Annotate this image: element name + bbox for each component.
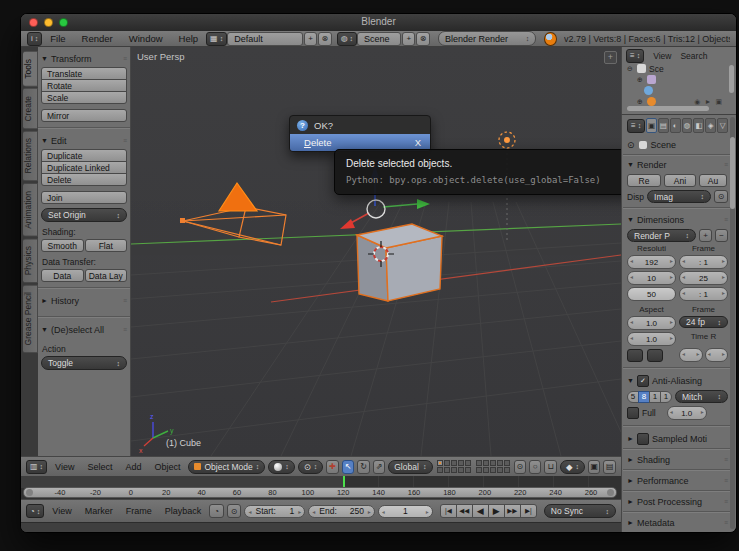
aa-samples-16-button[interactable]: 1 bbox=[660, 391, 672, 403]
use-preview-range-icon[interactable]: ◔ bbox=[209, 504, 224, 518]
crop-toggle[interactable] bbox=[647, 349, 663, 362]
visib­ility-eye-icon[interactable]: ◉ bbox=[694, 98, 700, 106]
resolution-x-field[interactable]: ◂192▸ bbox=[627, 255, 676, 269]
editor-type-outliner-button[interactable]: ≡ ↕ bbox=[626, 49, 644, 63]
screen-layout-selector[interactable]: ▦ ↕ bbox=[206, 32, 227, 46]
selectability-pointer-icon[interactable]: ► bbox=[704, 98, 711, 106]
join-button[interactable]: Join bbox=[41, 191, 127, 204]
tab-object-icon[interactable]: ◧ bbox=[693, 118, 704, 133]
tab-render-layers-icon[interactable]: ▤ bbox=[658, 118, 669, 133]
dimensions-panel-header[interactable]: ▼ Dimensions ≡ bbox=[627, 213, 728, 226]
lock-interface-icon[interactable]: ⊙ bbox=[714, 190, 728, 203]
border-toggle[interactable] bbox=[627, 349, 643, 362]
mode-dropdown[interactable]: Object Mode ↕ bbox=[188, 460, 265, 474]
opengl-render-icon[interactable]: ▣ bbox=[588, 460, 600, 474]
viewport-shading-dropdown[interactable]: ↕ bbox=[268, 460, 295, 474]
render-preset-dropdown[interactable]: Render P ↕ bbox=[627, 229, 696, 242]
timeline-ruler[interactable]: -40-200204060801001201401601802002202402… bbox=[23, 487, 617, 498]
action-dropdown[interactable]: Toggle ↕ bbox=[41, 356, 127, 370]
cube-object[interactable] bbox=[357, 224, 442, 301]
layer-toggle[interactable] bbox=[504, 460, 510, 466]
layout-name-field[interactable]: Default bbox=[227, 32, 303, 46]
display-dropdown[interactable]: Imag ↕ bbox=[647, 190, 711, 203]
orientation-dropdown[interactable]: Global ↕ bbox=[388, 460, 432, 474]
shade-smooth-button[interactable]: Smooth bbox=[41, 239, 84, 252]
layer-toggle[interactable] bbox=[490, 460, 496, 466]
opengl-render-anim-icon[interactable]: ▤ bbox=[603, 460, 615, 474]
outliner-menu-view[interactable]: View bbox=[653, 51, 671, 61]
tab-animation[interactable]: Animation bbox=[23, 183, 38, 237]
data-transfer-data-button[interactable]: Data bbox=[41, 269, 84, 282]
menu-window[interactable]: Window bbox=[129, 33, 163, 44]
layer-toggle[interactable] bbox=[497, 467, 503, 473]
lock-time-icon[interactable]: ⊙ bbox=[227, 504, 242, 518]
viewport-menu-view[interactable]: View bbox=[55, 462, 74, 472]
post-processing-panel-header[interactable]: ► Post Processing ≡ bbox=[627, 495, 728, 508]
lock-to-scene-icon[interactable]: ⊙ bbox=[514, 460, 526, 474]
sync-dropdown[interactable]: No Sync ↕ bbox=[544, 504, 616, 518]
add-preset-button[interactable]: + bbox=[699, 229, 712, 242]
pivot-dropdown[interactable]: ⊙ ↕ bbox=[298, 460, 324, 474]
viewport-menu-select[interactable]: Select bbox=[87, 462, 112, 472]
frame-start-field[interactable]: ◂ Start: 1 ▸ bbox=[244, 505, 305, 518]
camera-object[interactable] bbox=[180, 183, 286, 245]
transform-panel-header[interactable]: ▼ Transform ≡ bbox=[41, 52, 127, 65]
layer-toggle[interactable] bbox=[451, 467, 457, 473]
timeline-menu-playback[interactable]: Playback bbox=[165, 506, 202, 516]
timeline-menu-view[interactable]: View bbox=[52, 506, 71, 516]
layer-toggle[interactable] bbox=[483, 467, 489, 473]
remove-preset-button[interactable]: − bbox=[715, 229, 728, 242]
performance-panel-header[interactable]: ► Performance ≡ bbox=[627, 474, 728, 487]
properties-scrollbar[interactable] bbox=[730, 137, 735, 209]
editor-type-properties-button[interactable]: ≡ ↕ bbox=[627, 119, 645, 133]
fps-dropdown[interactable]: 24 fp ↕ bbox=[679, 316, 728, 328]
tab-world-icon[interactable]: ◍ bbox=[682, 118, 693, 133]
render-audio-button[interactable]: Au bbox=[699, 174, 727, 187]
tab-create[interactable]: Create bbox=[23, 88, 38, 130]
outliner-row-world[interactable] bbox=[622, 85, 736, 96]
shading-panel-header[interactable]: ► Shading ≡ bbox=[627, 453, 728, 466]
frame-step-field[interactable]: ◂: 1▸ bbox=[679, 287, 728, 301]
jump-to-start-button[interactable]: |◀ bbox=[440, 504, 457, 518]
add-layout-button[interactable]: + bbox=[304, 32, 317, 46]
outliner-menu-search[interactable]: Search bbox=[680, 51, 707, 61]
mirror-button[interactable]: Mirror bbox=[41, 109, 127, 122]
layer-toggle[interactable] bbox=[476, 460, 482, 466]
sampled-motion-blur-panel-header[interactable]: ► . Sampled Moti bbox=[627, 432, 728, 445]
viewport-menu-add[interactable]: Add bbox=[125, 462, 141, 472]
snap-magnet-icon[interactable]: ⊔ bbox=[544, 460, 556, 474]
play-reverse-button[interactable]: ◀ bbox=[472, 504, 489, 518]
antialiasing-checkbox[interactable]: ✓ bbox=[637, 375, 649, 387]
menu-file[interactable]: File bbox=[50, 33, 65, 44]
rotate-manipulator-icon[interactable]: ↻ bbox=[357, 460, 369, 474]
metadata-panel-header[interactable]: ► Metadata ≡ bbox=[627, 516, 728, 529]
editor-type-3dview-button[interactable]: ▥ ↕ bbox=[26, 460, 47, 474]
outliner-row-renderlayers[interactable]: ⊕ bbox=[622, 74, 736, 85]
layer-toggle[interactable] bbox=[504, 467, 510, 473]
tab-render-icon[interactable]: ▣ bbox=[646, 118, 657, 133]
layer-toggle[interactable] bbox=[490, 467, 496, 473]
pin-icon[interactable]: ⊙ bbox=[627, 140, 635, 150]
antialiasing-panel-header[interactable]: ▼ ✓ Anti-Aliasing bbox=[627, 374, 728, 387]
scene-selector[interactable]: ◍ ↕ bbox=[337, 32, 357, 46]
delete-layout-button[interactable]: ⊗ bbox=[318, 32, 331, 46]
renderability-camera-icon[interactable]: ▣ bbox=[715, 98, 722, 106]
layer-toggle[interactable] bbox=[437, 460, 443, 466]
layer-toggle[interactable] bbox=[437, 467, 443, 473]
translate-manipulator-icon[interactable]: ↖ bbox=[342, 460, 354, 474]
editor-type-timeline-button[interactable]: ◔ ↕ bbox=[26, 504, 44, 518]
manipulator-toggle-icon[interactable]: ✚ bbox=[326, 460, 338, 474]
delete-scene-button[interactable]: ⊗ bbox=[416, 32, 429, 46]
jump-to-end-button[interactable]: ▶| bbox=[520, 504, 537, 518]
full-sample-checkbox[interactable]: . bbox=[627, 407, 639, 419]
deselect-all-panel-header[interactable]: ▼ (De)select All ≡ bbox=[41, 323, 127, 336]
outliner-horizontal-scrollbar[interactable] bbox=[627, 106, 709, 111]
layer-toggle[interactable] bbox=[483, 460, 489, 466]
next-keyframe-button[interactable]: ▶▶ bbox=[504, 504, 521, 518]
layer-toggle[interactable] bbox=[458, 460, 464, 466]
collapse-icon[interactable]: ⊖ bbox=[626, 65, 634, 73]
expand-icon[interactable]: ⊕ bbox=[636, 98, 644, 106]
expand-icon[interactable]: ⊕ bbox=[636, 76, 644, 84]
render-engine-dropdown[interactable]: Blender Render ↕ bbox=[438, 31, 536, 46]
menu-render[interactable]: Render bbox=[82, 33, 113, 44]
